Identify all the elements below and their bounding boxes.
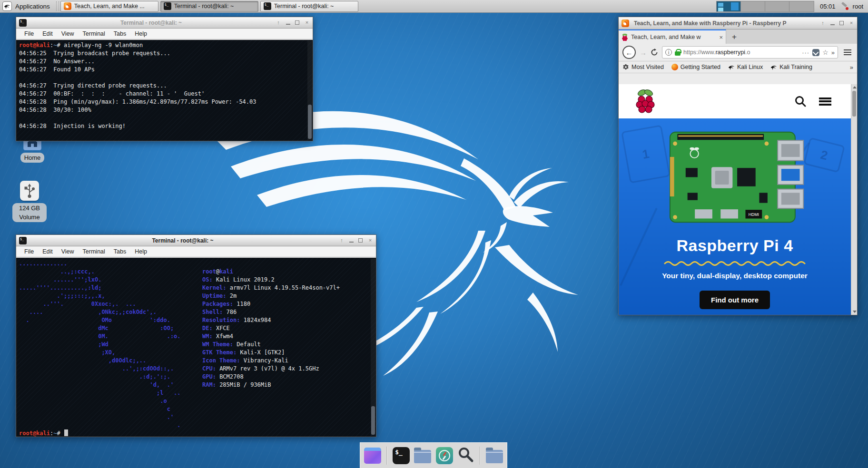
bookmarks-overflow-icon[interactable]: » (850, 64, 853, 71)
dock-separator[interactable]: $_ (480, 447, 481, 465)
bookmark-star-icon[interactable]: ☆ (822, 49, 829, 56)
sysinfo-line: Kernel: armv7l Linux 4.19.55-Re4son-v7l+ (202, 284, 340, 292)
volume-desktop-icon[interactable]: 124 GB Volume (11, 181, 48, 222)
menu-hamburger-icon[interactable] (844, 49, 851, 55)
firefox-icon (621, 20, 629, 27)
menu-item[interactable]: Terminal (79, 248, 109, 255)
find-out-more-button[interactable]: Find out more (700, 291, 770, 309)
bookmark-item[interactable]: Most Visited (622, 64, 664, 70)
terminal-scrollbar[interactable] (371, 259, 375, 436)
url-text[interactable]: https://www.raspberrypi.o (683, 49, 799, 56)
terminal-icon: $_ (264, 2, 271, 10)
menu-item[interactable]: Tabs (109, 30, 130, 37)
menu-item[interactable]: Tabs (109, 248, 130, 255)
close-button[interactable]: × (367, 238, 373, 243)
menu-item[interactable]: Help (130, 30, 151, 37)
dock-separator[interactable]: $_ (386, 447, 387, 465)
workspace-cell[interactable] (789, 1, 814, 11)
site-info-icon[interactable]: i (665, 49, 672, 56)
shade-button[interactable]: ↑ (276, 20, 281, 25)
sysinfo-user-line: root@kali (202, 268, 340, 276)
workspace-cell[interactable] (765, 1, 789, 11)
terminal-viewport[interactable]: root@kali:~# aireplay-ng -9 wlan0mon 04:… (16, 40, 313, 141)
sysinfo-line: Resolution: 868x468 (202, 316, 340, 324)
maximize-button[interactable] (839, 21, 844, 25)
titlebar[interactable]: Teach, Learn, and Make with Raspberry Pi… (619, 17, 857, 29)
compass-icon (436, 447, 453, 464)
sysinfo-line: GPU: BCM2708 (202, 373, 340, 381)
menu-item[interactable]: File (20, 30, 38, 37)
menu-item[interactable]: Terminal (79, 30, 109, 37)
application-finder-icon[interactable]: $_ (457, 447, 474, 465)
tab-bar: Teach, Learn, and Make w × + (619, 29, 857, 44)
hero-banner: 1 2 (619, 118, 851, 315)
firefox-icon (671, 64, 678, 70)
shade-button[interactable]: ↑ (820, 20, 826, 26)
sysinfo-line: WM Theme: Default (202, 341, 340, 349)
terminal-output-line: 04:56:27 No Answer... (19, 58, 310, 66)
tab-close-icon[interactable]: × (719, 34, 723, 41)
workspace-cell[interactable] (717, 1, 741, 11)
scrollbar-thumb[interactable] (852, 91, 856, 117)
reload-button[interactable] (651, 49, 658, 56)
minimize-button[interactable] (349, 242, 354, 243)
clock[interactable]: 05:01 (820, 3, 836, 10)
search-icon[interactable] (794, 95, 807, 107)
firefox-window: Teach, Learn, and Make with Raspberry Pi… (618, 17, 858, 315)
file-manager-app-icon[interactable]: $_ (414, 447, 431, 465)
scrollbar-thumb[interactable] (371, 406, 375, 435)
titlebar[interactable]: $_ Terminal - root@kali: ~ ↑ × (16, 17, 313, 29)
tray-icon[interactable] (840, 2, 849, 10)
scrollbar-thumb[interactable] (308, 105, 312, 139)
urlbar-overflow-icon[interactable]: » (831, 49, 835, 56)
site-menu-icon[interactable] (819, 98, 831, 106)
sysinfo-line: WM: Xfwm4 (202, 332, 340, 341)
applications-menu-button[interactable]: Applications (0, 0, 55, 13)
menu-item[interactable]: View (57, 30, 79, 37)
page-actions-icon[interactable]: ··· (802, 49, 809, 56)
terminal-app-icon[interactable]: $_ (393, 447, 410, 465)
shade-button[interactable]: ↑ (339, 238, 345, 243)
maximize-button[interactable] (358, 238, 363, 243)
minimize-button[interactable] (286, 24, 290, 25)
menu-item[interactable]: File (20, 248, 38, 255)
minimize-button[interactable] (830, 24, 835, 25)
doodle-sketch: 1 (621, 125, 671, 183)
pocket-icon[interactable] (812, 49, 819, 56)
https-lock-icon[interactable] (675, 51, 681, 56)
terminal-window-1: $_ Terminal - root@kali: ~ ↑ × FileEditV… (16, 17, 313, 141)
terminal-scrollbar[interactable] (307, 41, 312, 140)
menu-item[interactable]: Edit (38, 30, 57, 37)
menu-item[interactable]: View (57, 248, 79, 255)
panel-window-button[interactable]: $_ Teach, Learn, and Make ... (60, 1, 158, 12)
browser-tab[interactable]: Teach, Learn, and Make w × (619, 29, 726, 44)
panel-window-button[interactable]: $_ Terminal - root@kali: ~ (260, 1, 358, 12)
bookmark-item[interactable]: Kali Training (770, 64, 812, 70)
desktop-settings-app-icon[interactable]: $_ (364, 447, 381, 465)
close-button[interactable]: × (848, 20, 854, 26)
prompt-line: root@kali:~# (19, 429, 373, 437)
scroll-down-icon[interactable] (853, 311, 857, 313)
workspace-cell[interactable] (741, 1, 765, 11)
terminal-viewport[interactable]: .............. ..,;:ccc,. ......''';lxO.… (16, 258, 376, 437)
scroll-up-icon[interactable] (853, 86, 857, 88)
web-browser-app-icon[interactable]: $_ (436, 447, 453, 465)
firefox-icon (64, 2, 71, 10)
folder-app-icon[interactable]: $_ (486, 447, 503, 465)
panel-window-button[interactable]: $_ Terminal - root@kali: ~ (160, 1, 258, 12)
page-scrollbar[interactable] (851, 84, 857, 315)
hdmi-label: HDMI (749, 212, 759, 217)
back-button[interactable]: ← (622, 46, 636, 59)
new-tab-button[interactable]: + (726, 32, 742, 44)
bookmark-item[interactable]: Kali Linux (728, 64, 763, 70)
close-button[interactable]: × (304, 20, 310, 25)
menu-item[interactable]: Edit (38, 248, 57, 255)
maximize-button[interactable] (295, 20, 299, 25)
raspberry-pi-logo[interactable] (636, 89, 655, 114)
titlebar[interactable]: $_ Terminal - root@kali: ~ ↑ × (16, 235, 376, 246)
forward-button[interactable]: → (640, 49, 647, 57)
menu-item[interactable]: Help (130, 248, 151, 255)
url-bar[interactable]: i https://www.raspberrypi.o ··· ☆ » (662, 46, 838, 58)
bookmark-item[interactable]: Getting Started (671, 64, 720, 70)
sysinfo-line: Packages: 1180 (202, 300, 340, 308)
